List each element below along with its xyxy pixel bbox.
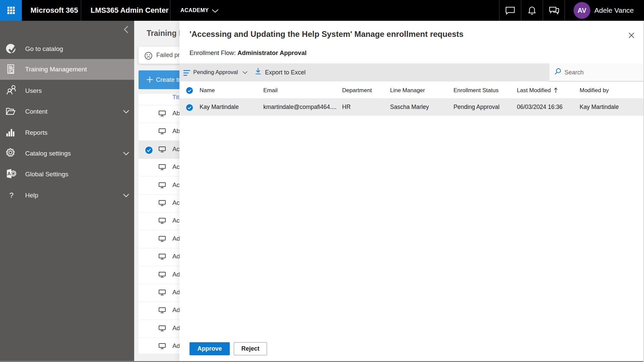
svg-text:A: A xyxy=(7,171,11,176)
